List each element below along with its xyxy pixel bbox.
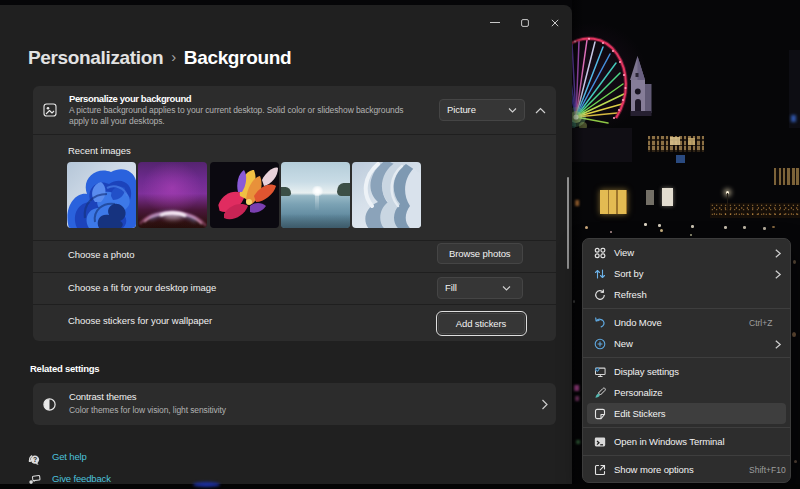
svg-text:?: ? <box>33 456 37 463</box>
